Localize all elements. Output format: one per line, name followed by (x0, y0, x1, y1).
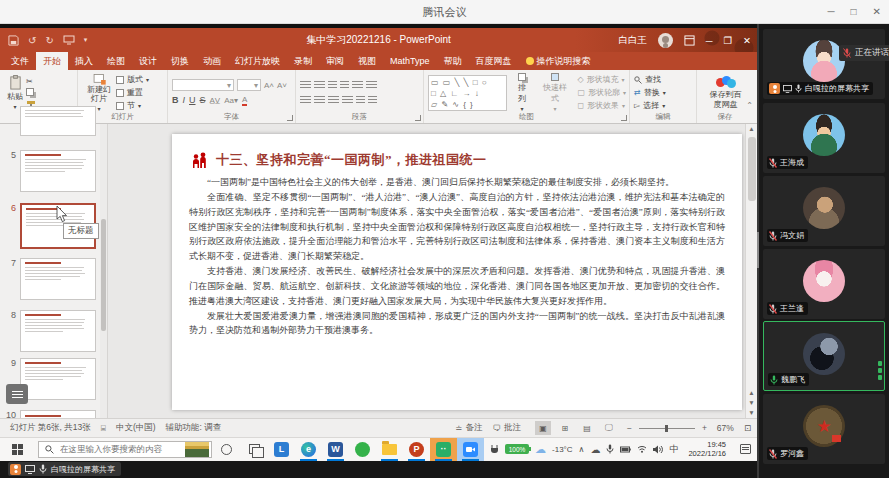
tab-slideshow[interactable]: 幻灯片放映 (228, 52, 287, 70)
minimize-icon[interactable]: ─ (827, 7, 834, 17)
copy-icon[interactable] (26, 88, 36, 98)
ime-indicator[interactable]: 中 (669, 443, 678, 456)
slide-thumbnail[interactable] (20, 106, 96, 136)
zoom-percent[interactable]: 67% (717, 423, 734, 433)
ppt-close-icon[interactable]: ✕ (743, 35, 751, 46)
line-spacing-icon[interactable] (352, 81, 363, 90)
close-icon[interactable]: ✕ (873, 7, 881, 17)
font-size-select[interactable]: ▾ (237, 79, 261, 91)
reading-view-button[interactable]: ▤ (579, 421, 595, 435)
italic-button[interactable]: I (183, 95, 186, 105)
zoom-out-icon[interactable]: − (627, 423, 632, 433)
align-left-icon[interactable] (300, 96, 311, 105)
battery-tray-icon[interactable] (620, 446, 631, 453)
shapes-gallery[interactable]: ▭ ▭ ╲ ╲ □ ○ □ △ ∟ → ↓ ▱ ✎ ∿ { } (428, 75, 507, 111)
participant-tile[interactable]: 王海成 (763, 103, 885, 173)
slide-thumbnail[interactable] (20, 258, 96, 300)
canvas-scrollbar[interactable]: ▲ ▲ ▼ ▼ (745, 124, 757, 418)
participant-tile[interactable]: ★ 罗河鑫 (763, 394, 885, 464)
next-slide-icon[interactable]: ▼ (746, 398, 757, 408)
find-button[interactable]: 查找 (634, 74, 693, 85)
participant-tile[interactable]: 白嘎拉的屏幕共享 正在讲话 (763, 29, 885, 99)
strikethrough-button[interactable]: S (200, 95, 206, 105)
tab-help[interactable]: 帮助 (437, 52, 469, 70)
shape-fill-button[interactable]: ◇形状填充▾ (577, 74, 626, 85)
tab-tell-me[interactable]: 操作说明搜索 (519, 52, 598, 70)
search-input[interactable] (58, 443, 181, 455)
increase-indent-icon[interactable] (340, 81, 349, 90)
smartart-convert-icon[interactable] (368, 96, 377, 105)
wechat-button[interactable]: ·· (430, 438, 457, 461)
clock[interactable]: 19:45 2022/12/16 (688, 440, 726, 459)
slide-thumbnail[interactable] (20, 310, 96, 352)
justify-icon[interactable] (342, 96, 353, 105)
word-button[interactable]: W (322, 438, 349, 461)
tencent-meeting-button[interactable] (457, 438, 484, 461)
align-right-icon[interactable] (328, 96, 339, 105)
tab-mathtype[interactable]: MathType (383, 52, 437, 70)
reset-button[interactable]: 重置 (116, 87, 149, 98)
language-indicator[interactable]: 中文(中国) (116, 422, 156, 434)
scroll-up-icon[interactable]: ▲ (746, 124, 757, 134)
tab-design[interactable]: 设计 (132, 52, 164, 70)
edge-button[interactable]: e (295, 438, 322, 461)
char-spacing-icon[interactable]: A̲V̲ (210, 96, 221, 105)
cut-icon[interactable]: ✂ (26, 77, 36, 86)
green-app-button[interactable] (349, 438, 376, 461)
search-highlight-image[interactable] (185, 442, 209, 457)
tab-animations[interactable]: 动画 (196, 52, 228, 70)
change-case-icon[interactable]: Aa▾ (224, 96, 238, 105)
cloud-icon[interactable]: ☁ (590, 444, 600, 455)
battery-indicator[interactable]: 100% (505, 444, 529, 454)
slide[interactable]: 十三、坚持和完善“一国两制”，推进祖国统一 “一国两制”是中国特色社会主义的伟大… (172, 134, 742, 410)
account-name[interactable]: 白白王 (618, 34, 647, 47)
account-avatar[interactable] (658, 33, 673, 48)
app-l-button[interactable]: L (268, 438, 295, 461)
powerpoint-button[interactable]: P (403, 438, 430, 461)
zoom-in-icon[interactable]: + (702, 423, 707, 433)
spellcheck-icon[interactable]: ⌸ (101, 423, 106, 434)
font-family-select[interactable]: ▾ (172, 79, 234, 91)
scroll-down-icon[interactable]: ▼ (746, 408, 757, 418)
numbering-icon[interactable] (314, 81, 325, 90)
participant-tile[interactable]: 冯文娟 (763, 176, 885, 246)
slide-thumbnail[interactable] (20, 358, 96, 400)
slide-canvas[interactable]: 十三、坚持和完善“一国两制”，推进祖国统一 “一国两制”是中国特色社会主义的伟大… (108, 124, 745, 418)
tray-expand-chevron[interactable]: ∧ (579, 445, 585, 454)
participant-tile[interactable]: 王兰逢 (763, 249, 885, 319)
notification-center-icon[interactable] (740, 444, 751, 454)
underline-button[interactable]: U (189, 95, 196, 105)
previous-slide-icon[interactable]: ▲ (746, 388, 757, 398)
tab-review[interactable]: 审阅 (319, 52, 351, 70)
collapse-ribbon-icon[interactable]: ⌃ (746, 101, 753, 110)
notes-button[interactable]: ≐备注 (455, 422, 482, 434)
tab-transitions[interactable]: 切换 (164, 52, 196, 70)
shape-effects-button[interactable]: ◻形状效果▾ (577, 100, 626, 111)
text-direction-icon[interactable] (366, 81, 377, 90)
dialog-launcher-icon[interactable] (621, 115, 627, 121)
ribbon-options-icon[interactable] (684, 35, 695, 46)
mic-tray-icon[interactable] (606, 444, 614, 454)
section-button[interactable]: 节▾ (116, 100, 149, 111)
network-icon[interactable] (637, 445, 647, 453)
bold-button[interactable]: B (172, 95, 179, 105)
tab-file[interactable]: 文件 (4, 52, 36, 70)
cortana-button[interactable] (212, 438, 240, 461)
fit-to-window-icon[interactable]: ⊡ (744, 423, 751, 433)
decrease-indent-icon[interactable] (328, 81, 337, 90)
replace-button[interactable]: ⇄替换▾ (634, 87, 693, 98)
align-center-icon[interactable] (314, 96, 325, 105)
slide-thumbnail[interactable] (20, 150, 96, 192)
tab-draw[interactable]: 绘图 (100, 52, 132, 70)
layout-button[interactable]: 版式▾ (116, 74, 149, 85)
shrink-font-icon[interactable]: A˅ (277, 81, 287, 90)
font-color-icon[interactable]: A (242, 95, 247, 106)
start-button[interactable] (0, 438, 34, 461)
ppt-minimize-icon[interactable]: ─ (706, 35, 713, 46)
zoom-slider-thumb[interactable] (665, 425, 668, 432)
slide-sorter-view-button[interactable]: ⊞ (557, 421, 573, 435)
columns-icon[interactable] (356, 96, 365, 105)
scrollbar-thumb[interactable] (748, 137, 756, 201)
sidebar-splitter[interactable] (757, 24, 759, 478)
shape-outline-button[interactable]: ▢形状轮廓▾ (577, 87, 626, 98)
